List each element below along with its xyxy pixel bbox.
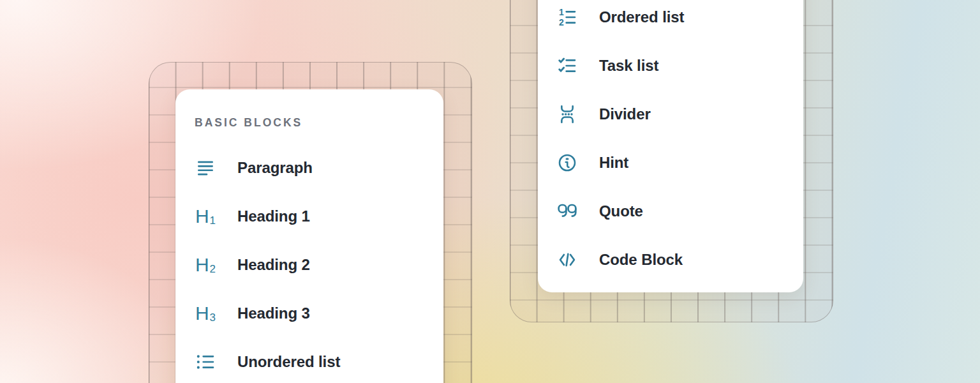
menu-item-label: Task list [599,57,658,75]
menu-item-ordered-list[interactable]: 12Ordered list [556,0,803,41]
ordered-list-icon: 12 [556,6,578,28]
task-list-icon [556,55,578,77]
menu-item-paragraph[interactable]: Paragraph [195,144,443,192]
menu-item-heading-1[interactable]: H1Heading 1 [195,192,443,241]
menu-item-label: Ordered list [599,8,685,26]
menu-item-label: Divider [599,105,651,123]
divider-icon [556,103,578,125]
advanced-blocks-item-list: 12Ordered listTask listDividerHintQuoteC… [556,0,803,284]
heading-2-icon: H2 [195,254,216,276]
menu-item-unordered-list[interactable]: Unordered list [195,338,443,383]
unordered-list-icon [195,351,216,373]
menu-item-label: Hint [599,154,628,172]
code-block-icon [556,249,578,271]
menu-item-heading-2[interactable]: H2Heading 2 [195,241,443,289]
menu-item-hint[interactable]: Hint [556,139,803,187]
menu-item-label: Code Block [599,251,683,269]
menu-item-label: Heading 1 [237,207,310,225]
quote-icon [556,200,578,222]
menu-item-label: Heading 3 [237,304,310,322]
hint-icon [556,152,578,174]
paragraph-icon [195,157,216,179]
basic-blocks-menu: BASIC BLOCKS ParagraphH1Heading 1H2Headi… [175,89,443,383]
heading-3-icon: H3 [195,303,216,324]
advanced-blocks-menu: 12Ordered listTask listDividerHintQuoteC… [538,0,803,292]
menu-item-code-block[interactable]: Code Block [556,236,803,284]
basic-blocks-item-list: ParagraphH1Heading 1H2Heading 2H3Heading… [195,144,443,383]
svg-text:2: 2 [559,17,564,27]
heading-1-icon: H1 [195,206,216,227]
menu-item-label: Paragraph [237,159,313,177]
svg-text:1: 1 [559,7,564,17]
menu-item-task-list[interactable]: Task list [556,41,803,90]
basic-blocks-section-label: BASIC BLOCKS [195,116,443,130]
menu-item-quote[interactable]: Quote [556,187,803,236]
menu-item-label: Heading 2 [237,256,310,274]
menu-item-label: Quote [599,202,643,220]
menu-item-heading-3[interactable]: H3Heading 3 [195,289,443,338]
menu-item-label: Unordered list [237,353,340,371]
menu-item-divider[interactable]: Divider [556,90,803,139]
